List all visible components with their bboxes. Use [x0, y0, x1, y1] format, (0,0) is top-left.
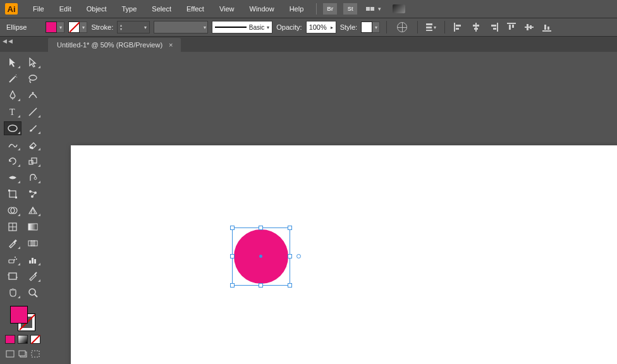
direct-selection-tool[interactable] [24, 56, 42, 70]
svg-line-41 [30, 191, 35, 193]
gradient-tool[interactable] [24, 220, 42, 234]
puppet-warp-tool[interactable] [24, 187, 42, 201]
symbol-sprayer-tool[interactable] [4, 253, 21, 267]
warp-tool[interactable] [24, 171, 42, 185]
eyedropper-tool[interactable] [4, 236, 21, 250]
live-shape-widget[interactable] [296, 254, 301, 258]
svg-rect-53 [31, 241, 35, 246]
graphic-style-select[interactable]: ▾ [361, 21, 380, 33]
fill-indicator-icon[interactable] [10, 306, 28, 324]
zoom-tool[interactable] [24, 286, 42, 300]
fill-stroke-indicator[interactable] [10, 306, 35, 331]
stroke-width-input[interactable]: ▴▾ ▾ [117, 21, 150, 33]
menu-type[interactable]: Type [116, 3, 144, 15]
paintbrush-tool[interactable] [24, 121, 42, 135]
brush-definition-select[interactable]: Basic ▾ [212, 21, 272, 33]
menu-effect[interactable]: Effect [180, 3, 211, 15]
chevron-down-icon[interactable]: ▾ [80, 21, 87, 33]
ellipse-tool[interactable] [4, 121, 21, 135]
selection-bounding-box[interactable] [232, 228, 290, 286]
artboard-tool[interactable] [4, 269, 21, 283]
resize-handle-nw[interactable] [230, 226, 235, 230]
none-mode-button[interactable] [30, 335, 40, 344]
perspective-grid-tool[interactable] [24, 203, 42, 217]
svg-line-21 [9, 77, 15, 82]
pen-tool[interactable] [4, 88, 21, 102]
align-bottom-button[interactable] [542, 22, 552, 32]
document-viewport[interactable] [46, 52, 617, 364]
width-tool[interactable] [4, 171, 21, 185]
menu-select[interactable]: Select [145, 3, 178, 15]
shaper-tool[interactable] [4, 138, 21, 152]
chevron-down-icon[interactable]: ▾ [144, 25, 147, 30]
slice-tool[interactable] [24, 269, 42, 283]
menu-help[interactable]: Help [283, 3, 310, 15]
menu-file[interactable]: File [27, 3, 51, 15]
chevron-down-icon[interactable]: ▾ [267, 25, 269, 30]
draw-inside-button[interactable] [30, 349, 41, 359]
eraser-tool[interactable] [24, 138, 42, 152]
rotate-tool[interactable] [4, 154, 21, 168]
menu-view[interactable]: View [213, 3, 241, 15]
align-right-button[interactable] [489, 22, 499, 32]
opacity-input[interactable]: 100% ▸ [306, 21, 336, 33]
free-transform-tool[interactable] [4, 187, 21, 201]
align-vcenter-button[interactable] [524, 22, 534, 32]
separator [444, 21, 445, 33]
magic-wand-tool[interactable] [4, 72, 21, 86]
color-mode-button[interactable] [5, 335, 15, 344]
svg-point-30 [8, 125, 17, 131]
chevron-down-icon[interactable]: ▾ [434, 25, 436, 30]
resize-handle-se[interactable] [288, 283, 292, 288]
chevron-down-icon: ▾ [378, 6, 381, 12]
gpu-preview-icon[interactable] [393, 4, 405, 13]
gradient-mode-button[interactable] [18, 335, 28, 344]
resize-handle-sw[interactable] [230, 283, 235, 288]
menu-edit[interactable]: Edit [53, 3, 78, 15]
chevron-down-icon[interactable]: ▾ [204, 25, 206, 30]
resize-handle-e[interactable] [288, 254, 292, 258]
chevron-down-icon[interactable]: ▾ [372, 21, 380, 33]
stepper-icon[interactable]: ▴▾ [120, 23, 122, 31]
align-top-button[interactable] [506, 22, 516, 32]
type-tool[interactable]: T [4, 105, 21, 119]
center-point-icon [259, 255, 262, 258]
expand-panels-button[interactable]: ◀◀ [3, 38, 14, 44]
menu-object[interactable]: Object [80, 3, 113, 15]
variable-width-profile-select[interactable]: ▾ [154, 21, 208, 33]
resize-handle-w[interactable] [230, 254, 235, 258]
curvature-tool[interactable] [24, 88, 42, 102]
resize-handle-n[interactable] [259, 226, 263, 230]
artboard[interactable] [71, 145, 617, 364]
document-tab[interactable]: Untitled-1* @ 50% (RGB/Preview) × [48, 38, 181, 52]
hand-tool[interactable] [4, 286, 21, 300]
align-left-button[interactable] [453, 22, 463, 32]
blend-tool[interactable] [24, 236, 42, 250]
bridge-button[interactable]: Br [323, 3, 337, 15]
line-tool[interactable] [24, 105, 42, 119]
align-hcenter-button[interactable] [471, 22, 481, 32]
draw-behind-button[interactable] [17, 349, 28, 359]
stroke-swatch[interactable]: ▾ [68, 21, 87, 33]
align-button[interactable]: ▾ [426, 22, 436, 32]
svg-rect-47 [9, 223, 16, 231]
resize-handle-s[interactable] [259, 283, 263, 288]
chevron-right-icon[interactable]: ▸ [331, 25, 333, 30]
svg-line-46 [33, 207, 35, 214]
fill-swatch[interactable]: ▾ [46, 21, 64, 33]
recolor-artwork-icon[interactable] [397, 22, 407, 32]
scale-tool[interactable] [24, 154, 42, 168]
lasso-tool[interactable] [24, 72, 42, 86]
close-tab-button[interactable]: × [169, 41, 173, 49]
chevron-down-icon[interactable]: ▾ [57, 21, 64, 33]
svg-rect-37 [15, 197, 17, 198]
stock-button[interactable]: St [343, 3, 357, 15]
resize-handle-ne[interactable] [288, 226, 292, 230]
mesh-tool[interactable] [4, 220, 21, 234]
menu-window[interactable]: Window [243, 3, 281, 15]
draw-normal-button[interactable] [4, 349, 16, 359]
column-graph-tool[interactable] [24, 253, 42, 267]
shape-builder-tool[interactable] [4, 203, 21, 217]
selection-tool[interactable] [4, 56, 21, 70]
arrange-documents-button[interactable]: ▾ [363, 4, 384, 13]
